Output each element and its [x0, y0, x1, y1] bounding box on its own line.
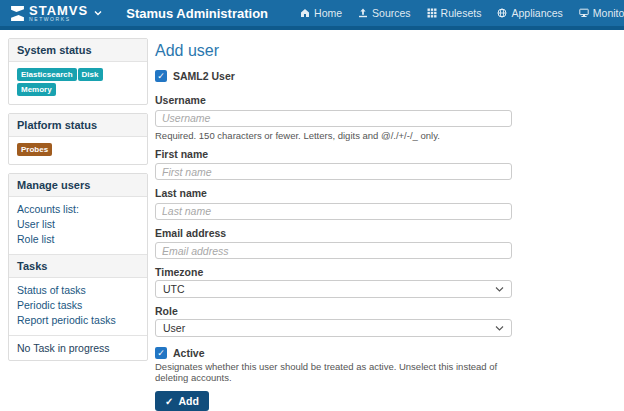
nav-item-monitoring[interactable]: Monitoring [579, 7, 624, 19]
role-label: Role [155, 305, 512, 317]
sidebar-item-report-periodic-tasks[interactable]: Report periodic tasks [17, 313, 139, 328]
brand-text: STAMVS NETWORKS [29, 4, 88, 22]
sidebar-item-status-of-tasks[interactable]: Status of tasks [17, 283, 139, 298]
timezone-label: Timezone [155, 266, 512, 278]
sidebar-item-periodic-tasks[interactable]: Periodic tasks [17, 298, 139, 313]
sidebar: System status ElasticsearchDiskMemory Pl… [8, 38, 148, 369]
first-name-field[interactable] [155, 163, 512, 180]
add-user-form: SAML2 User Username Required. 150 charac… [155, 70, 512, 411]
tasks-links: Status of tasks Periodic tasks Report pe… [9, 278, 147, 335]
brand-menu[interactable]: STAMVS NETWORKS [10, 4, 102, 22]
home-icon [300, 8, 310, 18]
email-group: Email address [155, 227, 512, 260]
username-label: Username [155, 94, 512, 106]
top-navbar: STAMVS NETWORKS Stamus Administration Ho… [0, 0, 624, 30]
upload-icon [358, 8, 368, 18]
chevron-down-icon [495, 325, 504, 332]
role-select[interactable]: User [155, 319, 512, 337]
username-field[interactable] [155, 110, 512, 127]
nav-label: Appliances [511, 7, 562, 19]
app-title: Stamus Administration [126, 6, 268, 21]
active-label: Active [173, 347, 205, 359]
chevron-down-icon [495, 286, 504, 293]
disk-status-badge[interactable]: Disk [78, 68, 103, 81]
active-help: Designates whether this user should be t… [155, 361, 512, 383]
active-checkbox[interactable] [155, 347, 167, 359]
last-name-group: Last name [155, 187, 512, 220]
role-group: Role User [155, 305, 512, 337]
nav-item-sources[interactable]: Sources [358, 7, 411, 19]
platform-status-title: Platform status [9, 114, 147, 137]
probes-status-badge[interactable]: Probes [17, 143, 52, 156]
timezone-group: Timezone UTC [155, 266, 512, 298]
monitor-icon [579, 8, 589, 18]
last-name-field[interactable] [155, 203, 512, 220]
users-tasks-card: Manage users Accounts list: User list Ro… [8, 173, 148, 361]
sidebar-item-accounts-list[interactable]: Accounts list: [17, 202, 139, 217]
stamus-logo-icon [10, 6, 25, 21]
chevron-down-icon [94, 10, 102, 16]
timezone-value: UTC [163, 283, 185, 295]
system-status-title: System status [9, 39, 147, 62]
active-row: Active [155, 347, 512, 359]
system-status-badges: ElasticsearchDiskMemory [9, 62, 147, 104]
username-help: Required. 150 characters or fewer. Lette… [155, 130, 512, 141]
nav-item-home[interactable]: Home [300, 7, 342, 19]
saml2-user-label: SAML2 User [173, 70, 235, 82]
task-progress-status: No Task in progress [9, 335, 147, 360]
check-icon [165, 395, 173, 407]
add-button[interactable]: Add [155, 391, 209, 411]
platform-status-badges: Probes [9, 137, 147, 164]
sidebar-item-role-list[interactable]: Role list [17, 232, 139, 247]
email-field[interactable] [155, 242, 512, 259]
tasks-title: Tasks [9, 254, 147, 278]
page-title: Add user [155, 42, 624, 60]
nav-item-rulesets[interactable]: Rulesets [427, 7, 482, 19]
main-nav: Home Sources Rulesets [300, 7, 624, 19]
page-layout: System status ElasticsearchDiskMemory Pl… [0, 30, 624, 411]
email-label: Email address [155, 227, 512, 239]
nav-item-appliances[interactable]: Appliances [497, 7, 562, 19]
last-name-label: Last name [155, 187, 512, 199]
username-group: Username Required. 150 characters or few… [155, 94, 512, 141]
system-status-card: System status ElasticsearchDiskMemory [8, 38, 148, 105]
globe-icon [497, 8, 507, 18]
elasticsearch-status-badge[interactable]: Elasticsearch [17, 68, 77, 81]
nav-label: Rulesets [441, 7, 482, 19]
nav-label: Sources [372, 7, 411, 19]
add-button-label: Add [178, 395, 198, 407]
role-value: User [163, 322, 185, 334]
main-content: Add user SAML2 User Username Required. 1… [148, 30, 624, 411]
first-name-group: First name [155, 148, 512, 181]
grid-icon [427, 8, 437, 18]
sidebar-item-user-list[interactable]: User list [17, 217, 139, 232]
nav-label: Home [314, 7, 342, 19]
first-name-label: First name [155, 148, 512, 160]
timezone-select[interactable]: UTC [155, 280, 512, 298]
memory-status-badge[interactable]: Memory [17, 83, 56, 96]
manage-users-links: Accounts list: User list Role list [9, 197, 147, 254]
saml2-user-checkbox[interactable] [155, 70, 167, 82]
saml2-user-row: SAML2 User [155, 70, 512, 82]
platform-status-card: Platform status Probes [8, 113, 148, 165]
nav-label: Monitoring [593, 7, 624, 19]
manage-users-title: Manage users [9, 174, 147, 197]
